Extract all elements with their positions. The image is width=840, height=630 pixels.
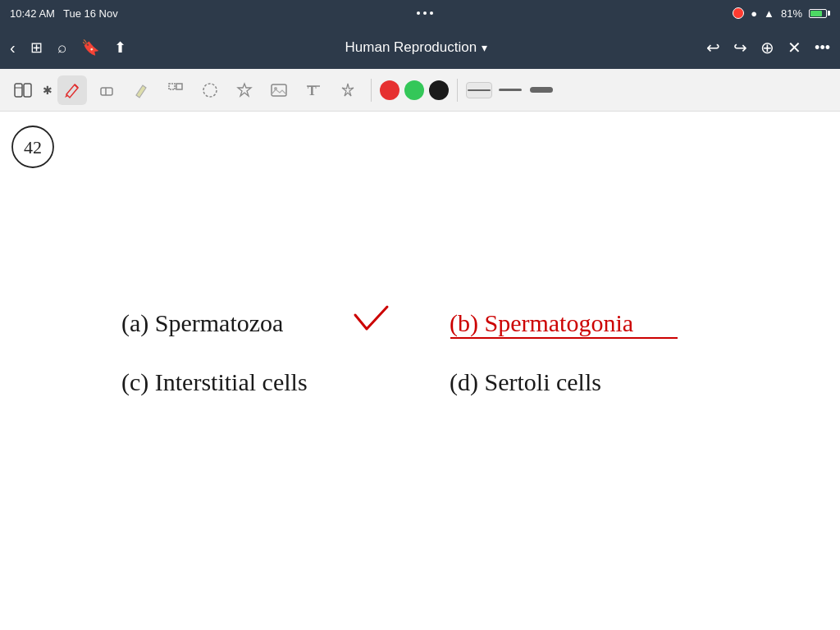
add-page-icon[interactable]: ⊕ [760,38,774,57]
text-tool-button[interactable]: T [299,75,328,105]
undo-icon[interactable]: ↩ [706,38,720,57]
color-black-button[interactable] [429,80,449,100]
pen-icon [63,81,81,99]
stroke-medium-button[interactable] [497,82,523,98]
share-icon[interactable]: ⬆ [114,39,126,57]
battery-cap [828,11,830,16]
battery-percent: 81% [781,7,802,20]
handwritten-content: (a) Spermatozoa (b) Spermatogonia (c) In… [0,112,840,630]
toolbar-separator-2 [457,79,458,102]
status-bar: 10:42 AM Tue 16 Nov ● ▲ 81% [0,0,840,26]
option-c-text: (c) Interstitial cells [121,368,308,396]
toolbar-separator-1 [371,79,372,102]
image-tool-button[interactable] [264,75,294,105]
battery-fill [810,11,822,16]
dot2 [423,11,427,15]
selection-icon [167,81,185,99]
sparkle-icon [339,81,357,99]
status-left: 10:42 AM Tue 16 Nov [10,7,118,20]
star-icon [235,81,253,99]
stroke-medium-icon [499,89,522,91]
sidebar-toggle-button[interactable] [8,75,38,105]
pen-tool-button[interactable] [57,75,87,105]
date: Tue 16 Nov [63,7,118,20]
title-left-icons[interactable]: ‹ ⊞ ⌕ 🔖 ⬆ [10,39,126,57]
svg-point-7 [203,84,217,97]
battery-icon [809,9,830,18]
record-indicator [733,7,744,19]
color-green-button[interactable] [404,80,424,100]
wifi-icon: ● [751,7,757,20]
eraser-icon [98,81,116,99]
bluetooth-icon: ✱ [43,84,52,97]
stroke-thick-icon [530,87,553,93]
svg-rect-6 [176,84,182,89]
option-a-text: (a) Spermatozoa [121,309,283,337]
dropdown-arrow[interactable]: ▾ [482,41,487,54]
selection-tool-button[interactable] [161,75,190,105]
svg-rect-1 [24,84,31,97]
svg-rect-3 [101,88,112,95]
lasso-tool-button[interactable] [195,75,225,105]
highlighter-icon [132,81,150,99]
stroke-thin-icon [468,89,491,91]
svg-marker-8 [238,84,251,96]
color-red-button[interactable] [380,80,399,100]
more-icon[interactable]: ••• [815,39,830,57]
redo-icon[interactable]: ↪ [733,38,747,57]
text-icon: T [304,81,322,99]
svg-rect-5 [169,84,175,89]
status-right: ● ▲ 81% [733,7,830,20]
option-d-text: (d) Sertoli cells [450,368,601,396]
sidebar-icon [13,82,33,98]
dot3 [430,11,433,15]
option-b-text: (b) Spermatogonia [450,309,633,337]
lasso-icon [201,81,219,99]
svg-rect-0 [15,84,22,97]
canvas-area[interactable]: 42 (a) Spermatozoa (b) Spermatogonia (c)… [0,112,840,630]
time: 10:42 AM [10,7,55,20]
highlighter-tool-button[interactable] [126,75,156,105]
document-title: Human Reproduction [345,39,477,56]
bookmark-icon[interactable]: 🔖 [81,39,99,57]
checkmark-icon [355,307,387,329]
svg-rect-9 [272,84,286,96]
toolbar: ✱ [0,69,840,112]
image-icon [270,81,288,99]
star-tool-button[interactable] [230,75,259,105]
back-icon[interactable]: ‹ [10,39,16,57]
title-bar: ‹ ⊞ ⌕ 🔖 ⬆ Human Reproduction ▾ ↩ ↪ ⊕ ✕ •… [0,26,840,69]
battery-body [809,9,827,18]
sparkle-tool-button[interactable] [333,75,363,105]
search-icon[interactable]: ⌕ [57,39,66,57]
signal-icon: ▲ [764,7,774,20]
dot1 [417,11,420,15]
close-icon[interactable]: ✕ [788,38,801,57]
status-center [417,11,433,15]
title-center[interactable]: Human Reproduction ▾ [345,39,488,56]
stroke-thick-button[interactable] [528,82,555,98]
title-right-icons[interactable]: ↩ ↪ ⊕ ✕ ••• [706,38,830,57]
eraser-tool-button[interactable] [92,75,121,105]
stroke-thin-button[interactable] [466,82,492,98]
grid-icon[interactable]: ⊞ [30,39,43,57]
